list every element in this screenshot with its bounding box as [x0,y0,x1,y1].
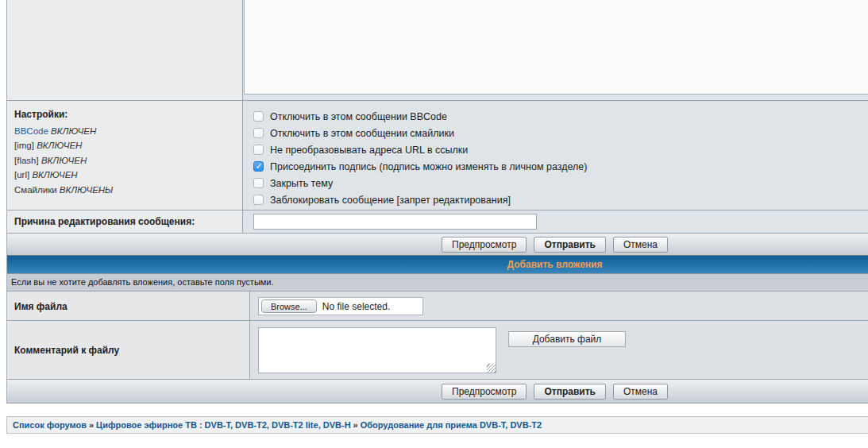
edit-reason-input[interactable] [253,214,537,230]
setting-flash: [flash] ВКЛЮЧЕН [14,153,237,168]
option-disable-smilies: Отключить в этом сообщении смайлики [253,125,868,141]
add-file-button[interactable]: Добавить файл [508,331,626,347]
file-upload-input[interactable]: Browse... No file selected. [258,297,423,315]
file-comment-row: Комментарий к файлу Добавить файл [7,321,868,380]
setting-img: [img] ВКЛЮЧЕН [14,138,237,153]
submit-button-bottom[interactable]: Отправить [534,384,605,400]
cancel-button[interactable]: Отмена [613,237,668,253]
edit-reason-row: Причина редактирования сообщения: [7,210,868,234]
preview-button[interactable]: Предпросмотр [442,237,527,253]
setting-name: [url] [14,170,29,180]
attachments-title: Добавить вложения [507,259,603,270]
posting-page: Настройки: BBCode ВКЛЮЧЕН [img] ВКЛЮЧЕН … [0,0,868,448]
post-edit-form: Настройки: BBCode ВКЛЮЧЕН [img] ВКЛЮЧЕН … [6,0,868,404]
option-no-magic-urls: Не преобразовывать адреса URL в ссылки [253,141,868,158]
disable-bbcode-checkbox[interactable] [253,111,264,122]
option-lock-post: Заблокировать сообщение [запрет редактир… [253,191,868,208]
setting-status: ВКЛЮЧЕН [41,156,87,165]
post-buttons-bar: Предпросмотр Отправить Отмена [7,234,868,256]
edit-reason-label: Причина редактирования сообщения: [7,210,243,233]
option-label: Не преобразовывать адреса URL в ссылки [270,145,468,156]
option-label: Присоединить подпись (подпись можно изме… [270,161,587,172]
breadcrumb: Список форумов»Цифровое эфирное ТВ : DVB… [6,416,868,434]
file-comment-label: Комментарий к файлу [7,321,250,379]
option-lock-topic: Закрыть тему [253,175,868,191]
breadcrumb-separator: » [351,420,361,430]
setting-status: ВКЛЮЧЕН [51,126,96,136]
lock-topic-checkbox[interactable] [253,178,264,188]
file-comment-textarea[interactable] [258,327,496,373]
option-label: Отключить в этом сообщении BBCode [270,111,447,122]
file-comment-cell: Добавить файл [250,321,868,379]
setting-name: [flash] [14,156,39,165]
preview-button-bottom[interactable]: Предпросмотр [442,384,527,400]
filename-label: Имя файла [7,292,250,320]
option-disable-bbcode: Отключить в этом сообщении BBCode [253,108,868,125]
breadcrumb-forum-index[interactable]: Список форумов [13,420,87,430]
breadcrumb-separator: » [87,420,96,430]
setting-smilies: Смайлики ВКЛЮЧЕНЫ [14,183,237,198]
settings-row: Настройки: BBCode ВКЛЮЧЕН [img] ВКЛЮЧЕН … [7,101,868,210]
message-body-cell [243,0,868,100]
setting-name: Смайлики [14,185,57,195]
setting-status: ВКЛЮЧЕН [32,170,77,180]
no-magic-urls-checkbox[interactable] [253,145,264,155]
message-body-row [7,0,868,101]
file-comment-wrap [258,327,496,373]
bbcode-link[interactable]: BBCode [14,126,48,136]
settings-panel: Настройки: BBCode ВКЛЮЧЕН [img] ВКЛЮЧЕН … [7,101,243,210]
attach-signature-checkbox[interactable] [253,161,264,172]
filename-row: Имя файла Browse... No file selected. [7,292,868,321]
option-label: Отключить в этом сообщении смайлики [270,128,454,139]
lock-post-checkbox[interactable] [253,195,264,205]
submit-button[interactable]: Отправить [534,237,605,253]
setting-status: ВКЛЮЧЕНЫ [60,185,113,195]
post-options-panel: Отключить в этом сообщении BBCode Отключ… [243,101,868,210]
option-label: Закрыть тему [270,178,333,189]
breadcrumb-category[interactable]: Цифровое эфирное ТВ : DVB-T, DVB-T2, DVB… [96,420,350,430]
browse-button[interactable]: Browse... [261,299,317,313]
attachments-hint: Если вы не хотите добавлять вложения, ос… [7,274,868,292]
attachment-buttons-bar: Предпросмотр Отправить Отмена [7,380,868,404]
setting-url: [url] ВКЛЮЧЕН [14,168,237,183]
cancel-button-bottom[interactable]: Отмена [613,384,668,400]
file-status-text: No file selected. [322,301,390,312]
message-body-textarea[interactable] [244,0,868,95]
message-textarea-wrap [244,0,868,95]
option-attach-signature: Присоединить подпись (подпись можно изме… [253,158,868,175]
message-body-left-cell [7,0,243,100]
edit-reason-cell [243,210,868,233]
settings-title: Настройки: [14,107,237,122]
filename-cell: Browse... No file selected. [250,292,868,320]
breadcrumb-forum[interactable]: Оборудование для приема DVB-T, DVB-T2 [361,420,542,430]
setting-name: [img] [14,141,34,150]
option-label: Заблокировать сообщение [запрет редактир… [270,195,511,206]
setting-bbcode: BBCode ВКЛЮЧЕН [14,124,237,139]
disable-smilies-checkbox[interactable] [253,128,264,138]
setting-status: ВКЛЮЧЕН [37,141,82,150]
attachments-header: Добавить вложения [7,256,868,274]
